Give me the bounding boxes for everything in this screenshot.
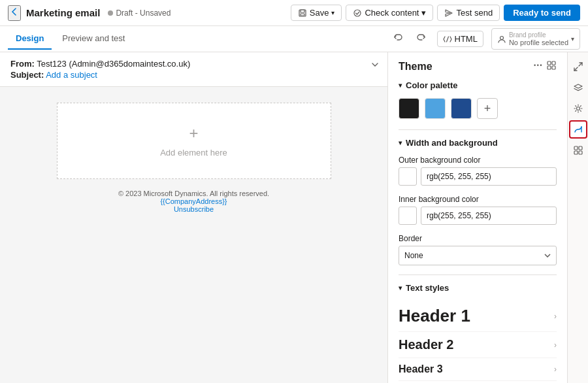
color-swatch-blue-light[interactable] bbox=[425, 98, 446, 119]
canvas-area: From: Test123 (Admin@d365domaintest.co.u… bbox=[0, 52, 387, 383]
right-panels-wrapper: Theme ⋯ ▾ Color palette bbox=[387, 52, 588, 383]
width-background-section-header[interactable]: ▾ Width and background bbox=[399, 138, 557, 148]
text-style-h2[interactable]: Header 2 › bbox=[399, 332, 557, 358]
header-bar: Marketing email Draft - Unsaved Save ▾ C… bbox=[0, 0, 588, 26]
svg-rect-7 bbox=[547, 66, 551, 69]
color-palette-chevron: ▾ bbox=[399, 82, 402, 89]
svg-rect-11 bbox=[574, 146, 578, 150]
save-button[interactable]: Save ▾ bbox=[291, 5, 342, 21]
svg-point-3 bbox=[354, 10, 361, 16]
svg-rect-6 bbox=[552, 61, 555, 65]
right-panel-toolbar bbox=[567, 52, 588, 383]
h2-chevron: › bbox=[554, 341, 557, 350]
theme-more-button[interactable]: ⋯ bbox=[533, 60, 542, 73]
color-swatch-black[interactable] bbox=[399, 98, 419, 119]
status-dot bbox=[108, 10, 113, 16]
svg-rect-12 bbox=[579, 146, 582, 150]
tab-bar-right: HTML Brand profile No profile selected ▾ bbox=[390, 28, 581, 50]
redo-button[interactable] bbox=[414, 30, 429, 48]
brand-profile-icon bbox=[497, 35, 506, 44]
email-footer: © 2023 Microsoft Dynamics. All rights re… bbox=[118, 190, 269, 213]
html-button[interactable]: HTML bbox=[437, 31, 483, 47]
check-content-button[interactable]: Check content ▾ bbox=[346, 5, 433, 21]
svg-rect-13 bbox=[574, 151, 578, 154]
html-icon bbox=[443, 35, 452, 44]
subject-field: Subject: Add a subject bbox=[10, 70, 377, 80]
svg-point-9 bbox=[576, 107, 580, 110]
width-background-chevron: ▾ bbox=[399, 139, 402, 146]
brand-profile-chevron: ▾ bbox=[571, 35, 574, 42]
company-address-link[interactable]: {{CompanyAddress}} bbox=[160, 197, 227, 205]
main-area: From: Test123 (Admin@d365domaintest.co.u… bbox=[0, 52, 588, 383]
collapse-header-button[interactable] bbox=[370, 60, 380, 71]
add-element-area[interactable]: + Add element here bbox=[57, 103, 331, 179]
inner-bg-color-preview[interactable] bbox=[399, 207, 417, 225]
theme-title-actions: ⋯ bbox=[533, 60, 557, 73]
theme-panel: Theme ⋯ ▾ Color palette bbox=[387, 52, 567, 383]
inner-bg-input[interactable] bbox=[421, 207, 557, 225]
tab-bar: Design Preview and test HTML Brand profi… bbox=[0, 26, 588, 52]
border-select-wrapper: None Solid Dashed Dotted bbox=[399, 246, 557, 265]
svg-rect-1 bbox=[301, 10, 304, 12]
email-canvas: + Add element here © 2023 Microsoft Dyna… bbox=[0, 87, 387, 383]
email-header-info: From: Test123 (Admin@d365domaintest.co.u… bbox=[0, 52, 387, 87]
add-color-button[interactable]: + bbox=[477, 98, 498, 119]
add-icon: + bbox=[189, 124, 198, 142]
theme-expand-button[interactable] bbox=[546, 60, 557, 73]
text-style-h3[interactable]: Header 3 › bbox=[399, 358, 557, 381]
save-icon bbox=[298, 8, 307, 18]
svg-rect-2 bbox=[301, 14, 304, 16]
save-chevron-icon: ▾ bbox=[331, 9, 335, 16]
layers-toolbar-button[interactable] bbox=[569, 78, 587, 97]
inner-bg-field: Inner background color bbox=[399, 195, 557, 225]
unsubscribe-link[interactable]: Unsubscribe bbox=[174, 205, 214, 213]
add-element-text: Add element here bbox=[160, 148, 227, 158]
test-send-button[interactable]: Test send bbox=[437, 5, 500, 21]
text-styles-list: Header 1 › Header 2 › Header 3 › Paragra… bbox=[399, 301, 557, 383]
elements-toolbar-button[interactable] bbox=[569, 141, 587, 159]
border-select[interactable]: None Solid Dashed Dotted bbox=[399, 246, 557, 265]
border-field: Border None Solid Dashed Dotted bbox=[399, 234, 557, 265]
outer-bg-field: Outer background color bbox=[399, 156, 557, 186]
outer-bg-row bbox=[399, 167, 557, 186]
text-style-h1[interactable]: Header 1 › bbox=[399, 301, 557, 332]
theme-title: Theme ⋯ bbox=[399, 60, 557, 73]
brand-profile-selector[interactable]: Brand profile No profile selected ▾ bbox=[491, 28, 580, 50]
h3-chevron: › bbox=[554, 365, 557, 374]
outer-bg-input[interactable] bbox=[421, 167, 557, 186]
from-field: From: Test123 (Admin@d365domaintest.co.u… bbox=[10, 59, 377, 69]
h1-chevron: › bbox=[554, 312, 557, 321]
color-palette-section-header[interactable]: ▾ Color palette bbox=[399, 80, 557, 90]
ready-to-send-button[interactable]: Ready to send bbox=[504, 5, 580, 21]
color-palette: + bbox=[399, 98, 557, 119]
header-actions: Save ▾ Check content ▾ Test send Ready t… bbox=[291, 5, 580, 21]
check-chevron-icon: ▾ bbox=[421, 8, 426, 18]
text-styles-chevron: ▾ bbox=[399, 284, 402, 291]
inner-bg-row bbox=[399, 207, 557, 225]
send-icon bbox=[444, 8, 453, 18]
color-swatch-blue-dark[interactable] bbox=[451, 98, 472, 119]
tab-design[interactable]: Design bbox=[8, 28, 52, 50]
undo-button[interactable] bbox=[390, 30, 406, 48]
page-title: Marketing email bbox=[26, 7, 100, 18]
svg-rect-5 bbox=[547, 61, 551, 65]
tab-preview[interactable]: Preview and test bbox=[54, 28, 133, 50]
theme-panel-content: Theme ⋯ ▾ Color palette bbox=[388, 52, 567, 383]
settings-toolbar-button[interactable] bbox=[569, 99, 587, 118]
svg-point-4 bbox=[500, 36, 503, 39]
subject-link[interactable]: Add a subject bbox=[46, 70, 97, 80]
expand-toolbar-button[interactable] bbox=[569, 58, 587, 76]
back-button[interactable] bbox=[8, 5, 21, 21]
outer-bg-color-preview[interactable] bbox=[399, 167, 417, 186]
draft-status: Draft - Unsaved bbox=[108, 8, 171, 18]
theme-toolbar-button[interactable] bbox=[569, 120, 587, 139]
svg-rect-14 bbox=[579, 151, 582, 154]
svg-rect-8 bbox=[552, 66, 555, 69]
text-styles-section-header[interactable]: ▾ Text styles bbox=[399, 283, 557, 293]
check-icon bbox=[353, 8, 362, 18]
